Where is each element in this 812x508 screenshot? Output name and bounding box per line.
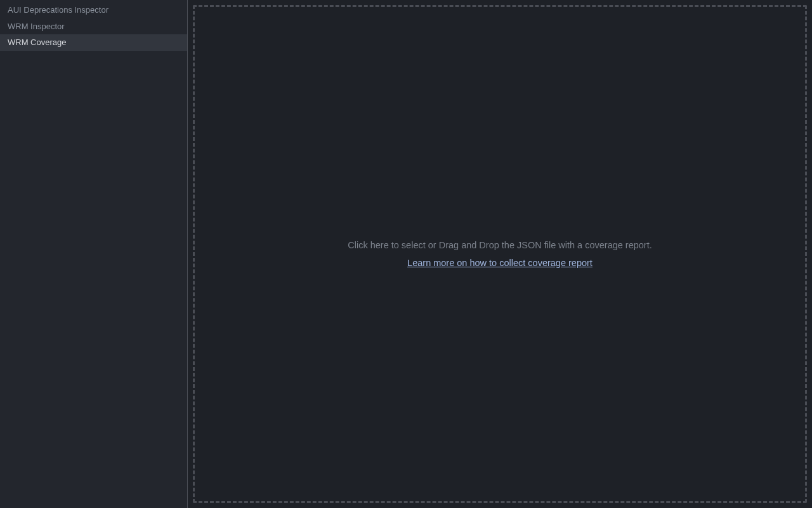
sidebar: AUI Deprecations Inspector WRM Inspector… — [0, 0, 188, 508]
dropzone-instructions: Click here to select or Drag and Drop th… — [348, 240, 652, 250]
main-panel: Click here to select or Drag and Drop th… — [188, 0, 812, 508]
sidebar-item-wrm-coverage[interactable]: WRM Coverage — [0, 34, 187, 51]
sidebar-item-label: WRM Inspector — [8, 22, 65, 31]
sidebar-item-label: WRM Coverage — [8, 37, 66, 47]
learn-more-link[interactable]: Learn more on how to collect coverage re… — [407, 258, 593, 268]
file-dropzone[interactable]: Click here to select or Drag and Drop th… — [193, 5, 807, 503]
sidebar-item-aui-deprecations[interactable]: AUI Deprecations Inspector — [0, 0, 187, 18]
sidebar-item-wrm-inspector[interactable]: WRM Inspector — [0, 18, 187, 35]
sidebar-item-label: AUI Deprecations Inspector — [8, 5, 108, 15]
